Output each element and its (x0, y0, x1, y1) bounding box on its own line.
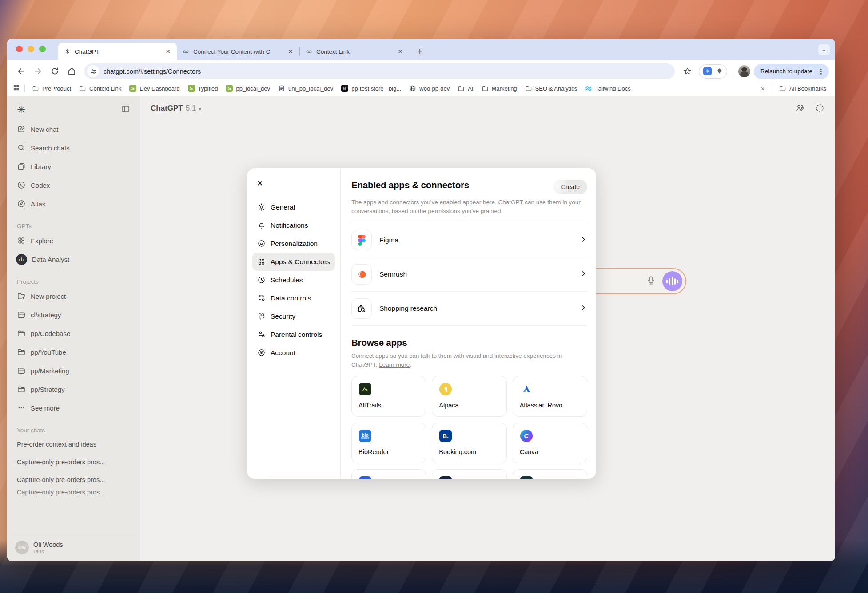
address-bar[interactable]: chatgpt.com/#settings/Connectors (84, 63, 675, 79)
sidebar-item-pp-marketing[interactable]: pp/Marketing (13, 361, 134, 380)
chatgpt-app: ✳ New chat Search chats Library (7, 96, 835, 561)
all-bookmarks[interactable]: All Bookmarks (776, 83, 830, 93)
app-card-partial-1[interactable]: C (351, 469, 426, 479)
settings-nav-data-controls[interactable]: Data controls (252, 289, 335, 307)
bookmark-label: SEO & Analytics (535, 85, 577, 92)
minimize-window-button[interactable] (28, 46, 34, 52)
bookmark-typified[interactable]: S Typified (184, 83, 222, 93)
microphone-icon[interactable] (646, 275, 656, 287)
sidebar-item-data-analyst[interactable]: Data Analyst (13, 250, 134, 269)
bookmark-uni-pp-local-dev[interactable]: uni_pp_local_dev (275, 83, 337, 93)
settings-nav-general[interactable]: General (252, 198, 335, 216)
sidebar-item-pp-strategy[interactable]: pp/Strategy (13, 380, 134, 399)
window-controls[interactable] (7, 46, 52, 52)
zoom-window-button[interactable] (39, 46, 46, 52)
enabled-app-name: Semrush (379, 270, 572, 278)
profile-row[interactable]: OW Oli Woods Plus (11, 536, 136, 557)
home-button[interactable] (64, 64, 79, 79)
app-card-partial-2[interactable]: δ (432, 469, 506, 479)
close-tab-icon[interactable]: ✕ (396, 47, 405, 56)
extensions-pill[interactable]: ✳ (699, 64, 727, 79)
sidebar-item-search-chats[interactable]: Search chats (13, 138, 134, 157)
bookmark-marketing[interactable]: Marketing (478, 83, 521, 93)
model-selector[interactable]: ChatGPT 5.1 ▾ (151, 104, 201, 113)
forward-button[interactable] (30, 64, 45, 79)
chat-item[interactable]: Capture-only pre-orders pros... (13, 453, 134, 471)
settings-nav-account[interactable]: Account (252, 344, 335, 362)
app-card-booking[interactable]: B. Booking.com (432, 423, 506, 463)
browser-menu-icon[interactable]: ⋮ (816, 67, 826, 75)
settings-nav-apps-connectors[interactable]: Apps & Connectors (252, 253, 335, 271)
settings-nav-parental-controls[interactable]: Parental controls (252, 325, 335, 344)
app-card-alltrails[interactable]: AllTrails (351, 376, 426, 417)
bookmark-context-link[interactable]: Context Link (76, 83, 125, 93)
chat-item[interactable]: Pre-order context and ideas (13, 435, 134, 453)
bookmarks-overflow-chevron[interactable]: » (757, 85, 768, 92)
keys-icon (257, 312, 266, 320)
settings-nav-notifications[interactable]: Notifications (252, 216, 335, 234)
learn-more-link[interactable]: Learn more (379, 361, 410, 368)
enabled-app-figma[interactable]: Figma (351, 223, 587, 257)
relaunch-to-update-button[interactable]: Relaunch to update ⋮ (754, 64, 829, 79)
sidebar-item-explore[interactable]: Explore (13, 231, 134, 250)
bookmark-dev-dashboard[interactable]: S Dev Dashboard (126, 83, 183, 93)
sidebar-item-new-chat[interactable]: New chat (13, 120, 134, 138)
bookmark-label: pp-test store - big... (351, 85, 401, 92)
app-card-biorender[interactable]: bioRENDER BioRender (351, 423, 426, 463)
app-card-partial-3[interactable] (513, 469, 587, 479)
bookmark-star-icon[interactable] (680, 64, 695, 79)
voice-mode-button[interactable] (662, 271, 682, 291)
apps-grid-icon[interactable] (12, 84, 20, 93)
chat-item[interactable]: Capture-only pre-orders pros... (13, 489, 134, 497)
bookmark-tailwind-docs[interactable]: Tailwind Docs (581, 83, 634, 93)
app-name: Alpaca (439, 402, 499, 409)
settings-nav-schedules[interactable]: Schedules (252, 271, 335, 289)
sidebar-item-new-project[interactable]: New project (13, 287, 134, 305)
chat-item[interactable]: Capture-only pre-orders pros... (13, 471, 134, 489)
new-tab-button[interactable]: + (414, 46, 425, 57)
site-settings-icon[interactable] (87, 65, 99, 77)
pinned-extension-icon[interactable]: ✳ (703, 67, 712, 75)
settings-nav-personalization[interactable]: Personalization (252, 234, 335, 253)
sidebar-item-library[interactable]: Library (13, 157, 134, 176)
bookmark-seo-analytics[interactable]: SEO & Analytics (522, 83, 581, 93)
folder-icon (32, 85, 39, 92)
sidebar-item-atlas[interactable]: Atlas (13, 194, 134, 213)
reload-button[interactable] (47, 64, 62, 79)
bookmark-pp-local-dev[interactable]: S pp_local_dev (222, 83, 274, 93)
bookmark-woo-pp-dev[interactable]: woo-pp-dev (406, 83, 453, 93)
bookmark-pp-test-store[interactable]: B pp-test store - big... (338, 83, 405, 93)
sidebar-item-cl-strategy[interactable]: cl/strategy (13, 305, 134, 324)
sidebar-item-codex[interactable]: Codex (13, 176, 134, 194)
sidebar-toggle-icon[interactable] (121, 104, 130, 115)
profile-avatar[interactable] (738, 65, 750, 77)
close-modal-icon[interactable]: ✕ (252, 177, 267, 188)
bookmark-preproduct[interactable]: PreProduct (28, 83, 75, 93)
puzzle-extensions-icon[interactable] (715, 67, 723, 75)
back-button[interactable] (13, 64, 28, 79)
tab-chatgpt[interactable]: ✳ ChatGPT ✕ (58, 43, 177, 60)
sidebar-item-see-more[interactable]: See more (13, 399, 134, 417)
enabled-app-shopping-research[interactable]: Shopping research (351, 292, 587, 326)
tab-search-chevron[interactable]: ⌄ (818, 44, 830, 55)
create-button[interactable]: Create (553, 180, 587, 194)
enabled-app-semrush[interactable]: Semrush (351, 257, 587, 292)
tab-context-link[interactable]: Context Link ✕ (300, 43, 409, 60)
settings-nav-security[interactable]: Security (252, 307, 335, 325)
people-icon[interactable] (795, 103, 804, 113)
app-card-atlassian-rovo[interactable]: Atlassian Rovo (513, 376, 587, 417)
close-tab-icon[interactable]: ✕ (163, 47, 172, 56)
close-window-button[interactable] (16, 46, 23, 52)
app-card-alpaca[interactable]: Alpaca (432, 376, 506, 417)
sidebar-item-pp-youtube[interactable]: pp/YouTube (13, 343, 134, 361)
temporary-chat-icon[interactable] (815, 103, 824, 113)
tab-connect-your-content[interactable]: Connect Your Content with C ✕ (177, 43, 299, 60)
close-tab-icon[interactable]: ✕ (286, 47, 295, 56)
folder-icon (458, 85, 465, 92)
app-card-canva[interactable]: C Canva (513, 423, 587, 463)
bookmark-ai[interactable]: AI (454, 83, 477, 93)
link-icon (305, 48, 313, 55)
enabled-app-name: Shopping research (379, 304, 572, 312)
settings-nav-label: Personalization (271, 240, 318, 248)
sidebar-item-pp-codebase[interactable]: pp/Codebase (13, 324, 134, 343)
